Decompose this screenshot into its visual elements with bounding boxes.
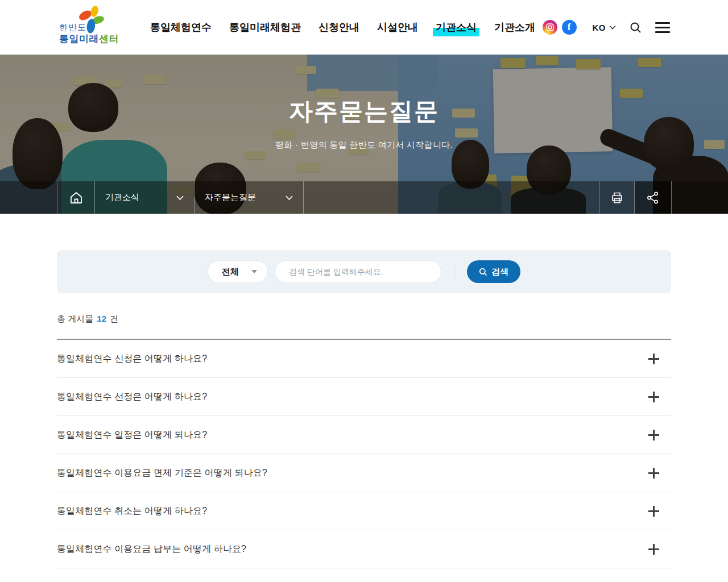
expand-plus-icon[interactable] <box>648 430 659 440</box>
faq-item[interactable]: 통일체험연수 취소는 어떻게 하나요? <box>57 492 671 530</box>
header-search-icon[interactable] <box>630 22 642 34</box>
page: 한반도 통일미래센터 통일체험연수 통일미래체험관 신청안내 시설안내 기관소식… <box>0 0 728 582</box>
faq-item[interactable]: 통일체험연수 선정은 어떻게 하나요? <box>57 378 671 416</box>
search-button[interactable]: 검색 <box>467 260 520 283</box>
home-button[interactable] <box>57 181 94 214</box>
expand-plus-icon[interactable] <box>648 468 659 479</box>
faq-question: 통일체험연수 선정은 어떻게 하나요? <box>57 391 207 403</box>
print-icon <box>610 191 624 205</box>
nav-item-application[interactable]: 신청안내 <box>318 20 359 34</box>
share-button[interactable] <box>634 181 671 214</box>
search-icon <box>479 268 487 276</box>
instagram-icon[interactable] <box>543 20 557 35</box>
logo-text-line1: 한반도 <box>59 22 86 33</box>
language-code: KO <box>593 23 606 32</box>
nav-item-training[interactable]: 통일체험연수 <box>150 20 212 34</box>
logo-text-line2: 통일미래센터 <box>59 32 119 45</box>
faq-item[interactable]: 통일체험연수 이용요금 면제 기준은 어떻게 되나요? <box>57 454 671 492</box>
faq-item[interactable]: 통일체험연수 신청은 어떻게 하나요? <box>57 340 671 378</box>
post-count: 12 <box>96 314 107 323</box>
hero-banner: 자주묻는질문 평화 · 번영의 통일 한반도 여기서 시작합니다. 기관소식 자… <box>0 55 728 214</box>
menu-icon[interactable] <box>655 22 670 33</box>
page-subtitle: 평화 · 번영의 통일 한반도 여기서 시작합니다. <box>0 140 728 151</box>
home-icon <box>69 191 83 205</box>
site-logo[interactable]: 한반도 통일미래센터 <box>58 4 125 51</box>
faq-list: 통일체험연수 신청은 어떻게 하나요? 통일체험연수 선정은 어떻게 하나요? … <box>57 339 671 582</box>
expand-plus-icon[interactable] <box>648 354 659 364</box>
language-selector[interactable]: KO <box>593 23 617 32</box>
main-nav: 통일체험연수 통일미래체험관 신청안내 시설안내 기관소식 기관소개 <box>150 20 535 34</box>
nav-item-news[interactable]: 기관소식 <box>436 20 477 34</box>
breadcrumb-spacer <box>0 181 57 214</box>
faq-question: 통일체험연수 일정은 어떻게 되나요? <box>57 429 207 441</box>
breadcrumb: 기관소식 자주묻는질문 <box>0 181 728 214</box>
share-icon <box>646 191 660 205</box>
hero-text: 자주묻는질문 평화 · 번영의 통일 한반도 여기서 시작합니다. <box>0 95 728 151</box>
faq-question: 통일체험연수 취소는 어떻게 하나요? <box>57 505 207 517</box>
search-category-select[interactable]: 전체 <box>208 260 268 283</box>
header-utilities: f KO <box>543 20 671 35</box>
faq-item[interactable]: 시설물은 어떻게 이용할 수 있나요? <box>57 568 671 582</box>
header: 한반도 통일미래센터 통일체험연수 통일미래체험관 신청안내 시설안내 기관소식… <box>0 0 728 55</box>
faq-question: 통일체험연수 이용요금 납부는 어떻게 하나요? <box>57 543 246 555</box>
post-count-summary: 총 게시물 12 건 <box>57 314 671 325</box>
page-title: 자주묻는질문 <box>0 95 728 127</box>
nav-item-about[interactable]: 기관소개 <box>494 20 535 34</box>
faq-item[interactable]: 통일체험연수 일정은 어떻게 되나요? <box>57 416 671 454</box>
caret-down-icon <box>251 270 257 273</box>
print-button[interactable] <box>599 181 634 214</box>
expand-plus-icon[interactable] <box>648 506 659 517</box>
faq-question: 통일체험연수 이용요금 면제 기준은 어떻게 되나요? <box>57 467 267 479</box>
chevron-down-icon <box>286 196 293 200</box>
expand-plus-icon[interactable] <box>648 544 659 555</box>
breadcrumb-spacer <box>671 181 728 214</box>
expand-plus-icon[interactable] <box>648 392 659 402</box>
chevron-down-icon <box>609 25 616 30</box>
breadcrumb-fill <box>303 181 599 214</box>
nav-item-facilities[interactable]: 시설안내 <box>377 20 418 34</box>
breadcrumb-level2-dropdown[interactable]: 자주묻는질문 <box>194 181 303 214</box>
chevron-down-icon <box>176 196 184 200</box>
main-content: 전체 검색 총 게시물 12 건 통일체험연수 신청은 어떻게 하나요? 통일체… <box>0 250 728 582</box>
search-panel: 전체 검색 <box>57 250 671 293</box>
search-input[interactable] <box>275 260 441 283</box>
faq-item[interactable]: 통일체험연수 이용요금 납부는 어떻게 하나요? <box>57 530 671 568</box>
nav-item-experience-hall[interactable]: 통일미래체험관 <box>229 20 301 34</box>
facebook-icon[interactable]: f <box>562 20 577 35</box>
faq-question: 통일체험연수 신청은 어떻게 하나요? <box>57 353 207 365</box>
divider <box>454 264 454 280</box>
breadcrumb-level1-dropdown[interactable]: 기관소식 <box>94 181 194 214</box>
